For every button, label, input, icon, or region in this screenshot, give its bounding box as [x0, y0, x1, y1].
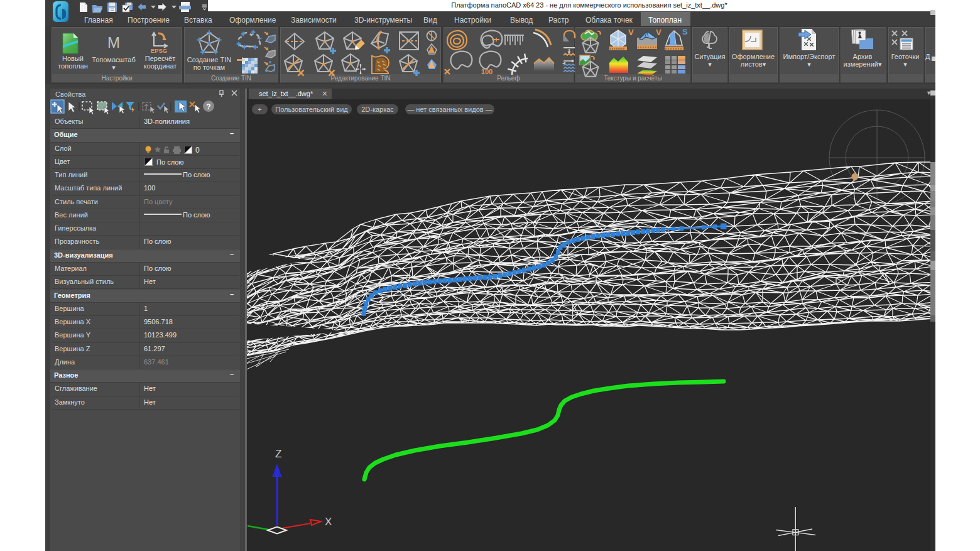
svg-text:0: 0 [195, 146, 200, 155]
svg-text:Z: Z [275, 448, 281, 460]
svg-text:X: X [325, 516, 332, 528]
svg-text:S: S [682, 27, 688, 36]
svg-text:100: 100 [481, 68, 493, 75]
svg-text:V: V [628, 28, 634, 37]
svg-text:EPSG: EPSG [151, 47, 167, 54]
svg-text:?: ? [206, 102, 210, 111]
svg-text:M: M [107, 34, 120, 51]
svg-text:V: V [656, 28, 662, 37]
